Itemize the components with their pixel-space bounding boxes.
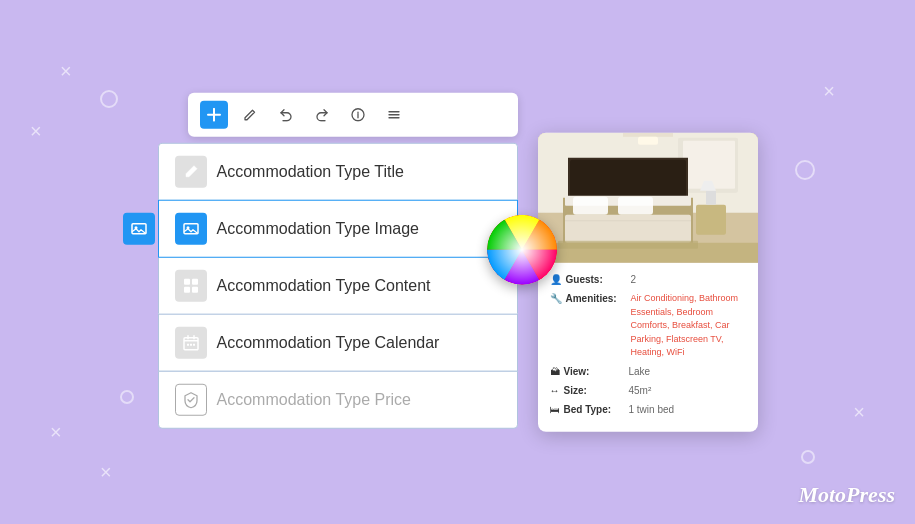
grid-block-icon — [182, 277, 200, 295]
block-image[interactable]: Accommodation Type Image — [158, 200, 518, 258]
block-content-label: Accommodation Type Content — [217, 277, 431, 295]
bed-key: Bed Type: — [564, 402, 629, 416]
guests-icon: 👤 — [550, 273, 562, 287]
pencil-icon — [243, 108, 257, 122]
view-value: Lake — [629, 364, 651, 378]
guests-key: Guests: — [566, 273, 631, 287]
calendar-block-icon — [182, 334, 200, 352]
size-icon: ↔ — [550, 383, 560, 397]
menu-button[interactable] — [380, 101, 408, 129]
svg-rect-25 — [573, 197, 608, 215]
block-content[interactable]: Accommodation Type Content — [158, 257, 518, 315]
view-icon: 🏔 — [550, 364, 560, 378]
block-calendar-icon — [175, 327, 207, 359]
svg-rect-8 — [192, 279, 198, 285]
detail-guests: 👤 Guests: 2 — [550, 273, 746, 287]
pencil-block-icon — [182, 163, 200, 181]
blocks-list: Accommodation Type Title — [158, 143, 518, 428]
amenities-icon: 🔧 — [550, 292, 562, 306]
undo-button[interactable] — [272, 101, 300, 129]
bedroom-svg — [538, 133, 758, 263]
image-block-icon — [182, 220, 200, 238]
block-content-icon — [175, 270, 207, 302]
svg-point-6 — [487, 215, 557, 285]
block-price-label: Accommodation Type Price — [217, 391, 411, 409]
svg-rect-9 — [184, 287, 190, 293]
svg-rect-12 — [187, 344, 189, 346]
deco-cross-5: × — [823, 80, 835, 103]
svg-rect-29 — [696, 205, 726, 235]
svg-rect-26 — [618, 197, 653, 215]
view-key: View: — [564, 364, 629, 378]
block-calendar-label: Accommodation Type Calendar — [217, 334, 440, 352]
block-calendar[interactable]: Accommodation Type Calendar — [158, 314, 518, 372]
menu-icon — [387, 108, 401, 122]
detail-bed: 🛏 Bed Type: 1 twin bed — [550, 402, 746, 416]
svg-rect-7 — [184, 279, 190, 285]
block-image-label: Accommodation Type Image — [217, 220, 419, 238]
deco-circle-1 — [100, 90, 118, 108]
deco-cross-6: × — [853, 401, 865, 424]
shield-block-icon — [182, 391, 200, 409]
svg-rect-30 — [706, 191, 716, 205]
size-value: 45m² — [629, 383, 652, 397]
add-icon — [207, 108, 221, 122]
card-image — [538, 133, 758, 263]
size-key: Size: — [564, 383, 629, 397]
image-side-icon — [130, 220, 148, 238]
guests-value: 2 — [631, 273, 637, 287]
card-details: 👤 Guests: 2 🔧 Amenities: Air Conditionin… — [538, 263, 758, 432]
color-wheel — [487, 215, 557, 285]
block-title-icon — [175, 156, 207, 188]
color-wheel-svg — [487, 215, 557, 285]
deco-circle-2 — [120, 390, 134, 404]
svg-rect-14 — [193, 344, 195, 346]
block-price-icon — [175, 384, 207, 416]
detail-view: 🏔 View: Lake — [550, 364, 746, 378]
block-image-icon — [175, 213, 207, 245]
deco-cross-3: × — [50, 421, 62, 444]
block-title-label: Accommodation Type Title — [217, 163, 404, 181]
svg-rect-13 — [190, 344, 192, 346]
amenities-value: Air Conditioning, Bathroom Essentials, B… — [631, 292, 746, 360]
deco-cross-2: × — [30, 120, 42, 143]
toolbar — [188, 93, 518, 137]
undo-icon — [279, 108, 293, 122]
left-panel: Accommodation Type Title — [158, 93, 518, 428]
deco-circle-3 — [795, 160, 815, 180]
main-container: Accommodation Type Title — [158, 93, 758, 432]
bed-icon: 🛏 — [550, 402, 560, 416]
detail-amenities: 🔧 Amenities: Air Conditioning, Bathroom … — [550, 292, 746, 360]
edit-button[interactable] — [236, 101, 264, 129]
amenities-key: Amenities: — [566, 292, 631, 306]
svg-rect-17 — [623, 133, 673, 137]
svg-rect-10 — [192, 287, 198, 293]
info-button[interactable] — [344, 101, 372, 129]
deco-cross-4: × — [100, 461, 112, 484]
side-handle — [123, 213, 155, 245]
block-price[interactable]: Accommodation Type Price — [158, 371, 518, 429]
svg-rect-18 — [638, 137, 658, 145]
svg-rect-27 — [565, 215, 691, 243]
info-icon — [351, 108, 365, 122]
add-button[interactable] — [200, 101, 228, 129]
detail-size: ↔ Size: 45m² — [550, 383, 746, 397]
redo-icon — [315, 108, 329, 122]
deco-circle-4 — [801, 450, 815, 464]
accommodation-card: 👤 Guests: 2 🔧 Amenities: Air Conditionin… — [538, 133, 758, 432]
svg-rect-33 — [558, 241, 698, 249]
deco-cross-1: × — [60, 60, 72, 83]
motopress-logo: MotoPress — [798, 482, 895, 508]
redo-button[interactable] — [308, 101, 336, 129]
bed-value: 1 twin bed — [629, 402, 675, 416]
block-title[interactable]: Accommodation Type Title — [158, 143, 518, 201]
